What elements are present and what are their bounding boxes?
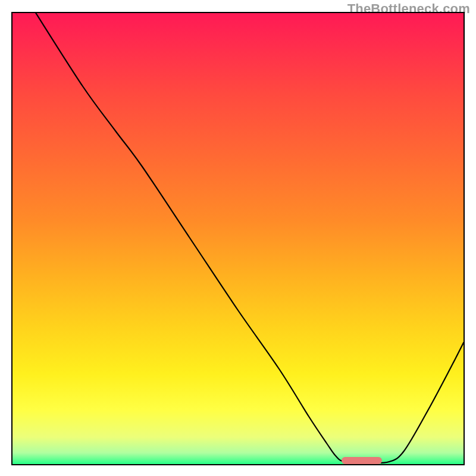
bottleneck-curve — [12, 13, 464, 464]
optimal-range-marker — [342, 457, 382, 464]
plot-frame — [11, 12, 465, 465]
